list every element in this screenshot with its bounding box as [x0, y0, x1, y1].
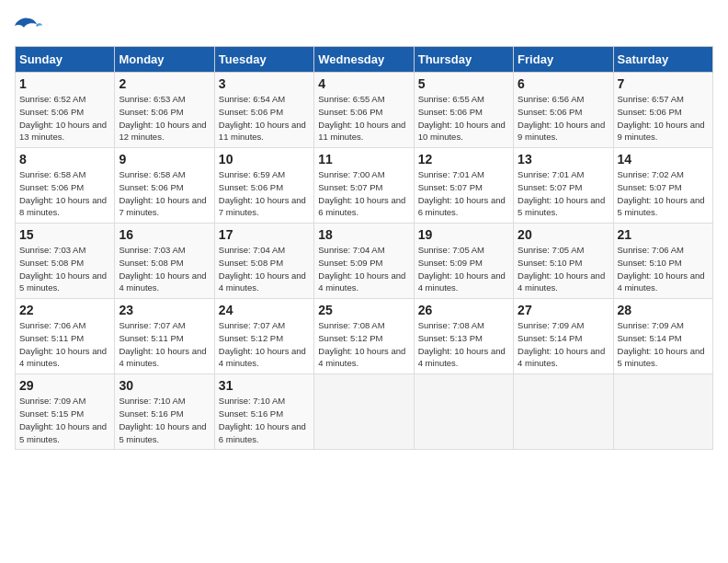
calendar-table: SundayMondayTuesdayWednesdayThursdayFrid… — [15, 46, 713, 450]
day-cell-26: 26Sunrise: 7:08 AMSunset: 5:13 PMDayligh… — [414, 299, 513, 374]
header-tuesday: Tuesday — [214, 47, 313, 73]
day-cell-23: 23Sunrise: 7:07 AMSunset: 5:11 PMDayligh… — [115, 299, 214, 374]
day-cell-5: 5Sunrise: 6:55 AMSunset: 5:06 PMDaylight… — [414, 73, 513, 148]
day-cell-4: 4Sunrise: 6:55 AMSunset: 5:06 PMDaylight… — [314, 73, 414, 148]
day-cell-14: 14Sunrise: 7:02 AMSunset: 5:07 PMDayligh… — [613, 148, 712, 224]
day-cell-22: 22Sunrise: 7:06 AMSunset: 5:11 PMDayligh… — [16, 299, 115, 374]
calendar-week-1: 8Sunrise: 6:58 AMSunset: 5:06 PMDaylight… — [16, 148, 713, 224]
day-cell-6: 6Sunrise: 6:56 AMSunset: 5:06 PMDaylight… — [514, 73, 613, 148]
empty-cell — [613, 374, 712, 450]
day-cell-16: 16Sunrise: 7:03 AMSunset: 5:08 PMDayligh… — [115, 224, 214, 299]
header-saturday: Saturday — [613, 47, 712, 73]
empty-cell — [514, 374, 613, 450]
day-cell-3: 3Sunrise: 6:54 AMSunset: 5:06 PMDaylight… — [214, 73, 313, 148]
day-cell-21: 21Sunrise: 7:06 AMSunset: 5:10 PMDayligh… — [613, 224, 712, 299]
header-monday: Monday — [115, 47, 214, 73]
day-cell-27: 27Sunrise: 7:09 AMSunset: 5:14 PMDayligh… — [514, 299, 613, 374]
page-header — [15, 15, 713, 37]
calendar-header-row: SundayMondayTuesdayWednesdayThursdayFrid… — [16, 47, 713, 73]
calendar-week-3: 22Sunrise: 7:06 AMSunset: 5:11 PMDayligh… — [16, 299, 713, 374]
header-friday: Friday — [514, 47, 613, 73]
day-cell-28: 28Sunrise: 7:09 AMSunset: 5:14 PMDayligh… — [613, 299, 712, 374]
day-cell-8: 8Sunrise: 6:58 AMSunset: 5:06 PMDaylight… — [16, 148, 115, 224]
day-cell-18: 18Sunrise: 7:04 AMSunset: 5:09 PMDayligh… — [314, 224, 414, 299]
day-cell-25: 25Sunrise: 7:08 AMSunset: 5:12 PMDayligh… — [314, 299, 414, 374]
day-cell-24: 24Sunrise: 7:07 AMSunset: 5:12 PMDayligh… — [214, 299, 313, 374]
day-cell-17: 17Sunrise: 7:04 AMSunset: 5:08 PMDayligh… — [214, 224, 313, 299]
calendar-week-4: 29Sunrise: 7:09 AMSunset: 5:15 PMDayligh… — [16, 374, 713, 450]
day-cell-13: 13Sunrise: 7:01 AMSunset: 5:07 PMDayligh… — [514, 148, 613, 224]
empty-cell — [314, 374, 414, 450]
day-cell-31: 31Sunrise: 7:10 AMSunset: 5:16 PMDayligh… — [214, 374, 313, 450]
day-cell-12: 12Sunrise: 7:01 AMSunset: 5:07 PMDayligh… — [414, 148, 513, 224]
header-sunday: Sunday — [16, 47, 115, 73]
day-cell-29: 29Sunrise: 7:09 AMSunset: 5:15 PMDayligh… — [16, 374, 115, 450]
day-cell-2: 2Sunrise: 6:53 AMSunset: 5:06 PMDaylight… — [115, 73, 214, 148]
logo-bird-icon — [15, 15, 42, 37]
calendar-week-2: 15Sunrise: 7:03 AMSunset: 5:08 PMDayligh… — [16, 224, 713, 299]
header-thursday: Thursday — [414, 47, 513, 73]
day-cell-20: 20Sunrise: 7:05 AMSunset: 5:10 PMDayligh… — [514, 224, 613, 299]
day-cell-11: 11Sunrise: 7:00 AMSunset: 5:07 PMDayligh… — [314, 148, 414, 224]
day-cell-10: 10Sunrise: 6:59 AMSunset: 5:06 PMDayligh… — [214, 148, 313, 224]
day-cell-7: 7Sunrise: 6:57 AMSunset: 5:06 PMDaylight… — [613, 73, 712, 148]
day-cell-9: 9Sunrise: 6:58 AMSunset: 5:06 PMDaylight… — [115, 148, 214, 224]
day-cell-19: 19Sunrise: 7:05 AMSunset: 5:09 PMDayligh… — [414, 224, 513, 299]
day-cell-1: 1Sunrise: 6:52 AMSunset: 5:06 PMDaylight… — [16, 73, 115, 148]
empty-cell — [414, 374, 513, 450]
calendar-body: 1Sunrise: 6:52 AMSunset: 5:06 PMDaylight… — [16, 73, 713, 450]
day-cell-15: 15Sunrise: 7:03 AMSunset: 5:08 PMDayligh… — [16, 224, 115, 299]
header-wednesday: Wednesday — [314, 47, 414, 73]
calendar-week-0: 1Sunrise: 6:52 AMSunset: 5:06 PMDaylight… — [16, 73, 713, 148]
logo — [15, 15, 46, 37]
day-cell-30: 30Sunrise: 7:10 AMSunset: 5:16 PMDayligh… — [115, 374, 214, 450]
